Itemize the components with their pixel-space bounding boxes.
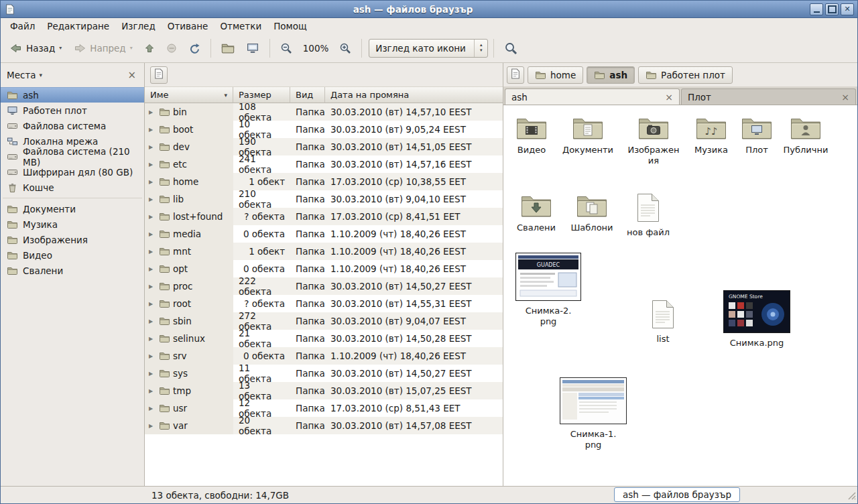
zoom-out-button[interactable] [275,38,297,58]
column-header-date[interactable]: Дата на промяна [325,87,503,103]
resize-grip[interactable] [847,491,856,502]
expander-icon[interactable]: ▶ [149,214,156,220]
file-snimka[interactable]: GNOME StoreСнимка.png [719,290,794,349]
file-row-etc[interactable]: ▶etc241 обектаПапка30.03.2010 (вт) 14,57… [145,155,503,173]
up-button[interactable] [139,39,160,58]
path-button-desktop[interactable]: Работен плот [638,66,733,84]
menu-item-1[interactable]: Редактиране [41,19,115,34]
sidebar-item-encrypted-80gb[interactable]: Шифриран дял (80 GB) [1,164,144,180]
expander-icon[interactable]: ▶ [149,284,156,290]
menu-item-4[interactable]: Отметки [214,19,267,34]
expander-icon[interactable]: ▶ [149,231,156,237]
expander-icon[interactable]: ▶ [149,336,156,342]
search-button[interactable] [499,38,522,59]
expander-icon[interactable]: ▶ [149,353,156,359]
file-new-file[interactable]: нов файл [624,193,672,238]
sidebar-item-pictures[interactable]: Изображения [1,232,144,247]
menu-item-5[interactable]: Помощ [267,19,313,34]
expander-icon[interactable]: ▶ [149,266,156,272]
file-row-usr[interactable]: ▶usr12 обектаПапка17.03.2010 (ср) 8,51,4… [145,399,503,417]
computer-button[interactable] [241,39,264,58]
file-row-dev[interactable]: ▶dev190 обектаПапка30.03.2010 (вт) 14,51… [145,138,503,155]
file-row-home[interactable]: ▶home1 обектПапка17.03.2010 (ср) 10,38,5… [145,173,503,190]
file-documents[interactable]: Документи [559,115,617,155]
menu-item-0[interactable]: Файл [4,19,41,34]
places-dropdown-icon[interactable]: ▾ [40,72,43,78]
expander-icon[interactable]: ▶ [149,127,156,133]
expander-icon[interactable]: ▶ [149,109,156,115]
file-row-lib[interactable]: ▶lib210 обектаПапка30.03.2010 (вт) 9,04,… [145,190,503,208]
file-row-bin[interactable]: ▶bin108 обектаПапка30.03.2010 (вт) 14,57… [145,103,503,121]
sidebar-item-ash[interactable]: ash [1,87,144,103]
file-row-media[interactable]: ▶media0 обектаПапка1.10.2009 (чт) 18,40,… [145,225,503,243]
expander-icon[interactable]: ▶ [149,301,156,307]
expander-icon[interactable]: ▶ [149,179,156,185]
file-snimka-2[interactable]: GUADECСнимка-2.png [511,253,586,328]
file-row-var[interactable]: ▶var20 обектаПапка30.03.2010 (вт) 14,57,… [145,417,503,434]
file-row-tmp[interactable]: ▶tmp13 обектаПапка30.03.2010 (вт) 15,07,… [145,382,503,399]
sidebar-item-documents[interactable]: Документи [1,201,144,216]
menu-item-2[interactable]: Изглед [115,19,162,34]
file-row-selinux[interactable]: ▶selinux21 обектаПапка30.03.2010 (вт) 14… [145,330,503,347]
sidebar-item-desktop[interactable]: Работен плот [1,103,144,118]
forward-button[interactable]: Напред ▾ [68,39,137,58]
file-public[interactable]: Публични [777,115,835,155]
menu-item-3[interactable]: Отиване [162,19,214,34]
sidebar-item-music[interactable]: Музика [1,216,144,232]
expander-icon[interactable]: ▶ [149,318,156,324]
expander-icon[interactable]: ▶ [149,388,156,394]
path-button-ash[interactable]: ash [587,66,635,84]
places-close-icon[interactable]: × [125,69,138,81]
file-row-boot[interactable]: ▶boot10 обектаПапка30.03.2010 (вт) 9,05,… [145,121,503,138]
minimize-button[interactable] [810,3,823,15]
column-header-name[interactable]: Име▾ [145,87,233,103]
file-row-srv[interactable]: ▶srv0 обектаПапка1.10.2009 (чт) 18,40,26… [145,347,503,365]
file-row-opt[interactable]: ▶opt0 обектаПапка1.10.2009 (чт) 18,40,26… [145,260,503,277]
tab-ash[interactable]: ash× [505,88,680,105]
maximize-button[interactable] [825,3,839,15]
pane-location-button[interactable] [150,66,168,84]
sidebar-item-trash[interactable]: Кошче [1,180,144,195]
forward-dropdown-icon[interactable]: ▾ [130,45,133,51]
back-button[interactable]: Назад ▾ [5,39,66,58]
expander-icon[interactable]: ▶ [149,405,156,412]
column-header-size[interactable]: Размер [233,87,290,103]
pane-location-button[interactable] [507,66,524,84]
expander-icon[interactable]: ▶ [149,196,156,202]
tab-close-icon[interactable]: × [841,92,849,103]
sidebar-item-downloads[interactable]: Свалени [1,263,144,278]
expander-icon[interactable]: ▶ [149,249,156,255]
file-row-sys[interactable]: ▶sys11 обектаПапка30.03.2010 (вт) 14,50,… [145,365,503,382]
tab-close-icon[interactable]: × [665,92,673,103]
zoom-in-button[interactable] [334,38,356,58]
expander-icon[interactable]: ▶ [149,162,156,168]
column-header-type[interactable]: Вид [290,87,325,103]
file-pictures[interactable]: Изображения [625,115,682,167]
file-row-proc[interactable]: ▶proc222 обектаПапка30.03.2010 (вт) 14,5… [145,277,503,295]
file-snimka-1[interactable]: Снимка-1.png [556,377,631,451]
expander-icon[interactable]: ▶ [149,371,156,377]
tab-plot[interactable]: Плот× [681,88,856,105]
expander-icon[interactable]: ▶ [149,144,156,150]
file-row-sbin[interactable]: ▶sbin272 обектаПапка30.03.2010 (вт) 9,04… [145,312,503,330]
sidebar-item-video[interactable]: Видео [1,247,144,263]
file-row-lost+found[interactable]: ▶lost+found? обектаПапка17.03.2010 (ср) … [145,208,503,225]
sidebar-item-filesystem-210mb[interactable]: Файлова система (210 MB) [1,149,144,164]
file-row-mnt[interactable]: ▶mnt1 обектПапка1.10.2009 (чт) 18,40,26 … [145,243,503,260]
close-button[interactable] [841,3,854,15]
view-mode-select[interactable]: Изглед като икони ▴ ▾ [369,39,488,58]
view-mode-spinner-icon[interactable]: ▴ ▾ [474,40,487,57]
stop-button[interactable] [162,39,182,58]
icon-view[interactable]: ВидеоДокументиИзображения♪♪МузикаПлотПуб… [503,105,857,486]
back-dropdown-icon[interactable]: ▾ [59,45,62,51]
path-button-home[interactable]: home [528,66,583,84]
expander-icon[interactable]: ▶ [149,423,156,429]
file-list[interactable]: list [639,300,687,344]
home-button[interactable] [217,39,239,58]
sidebar-item-filesystem[interactable]: Файлова система [1,118,144,133]
reload-button[interactable] [184,39,205,58]
titlebar[interactable]: ash — файлов браузър [1,1,857,18]
file-downloads[interactable]: Свалени [507,192,565,233]
file-templates[interactable]: Шаблони [563,192,621,233]
file-video[interactable]: Видео [503,115,560,155]
